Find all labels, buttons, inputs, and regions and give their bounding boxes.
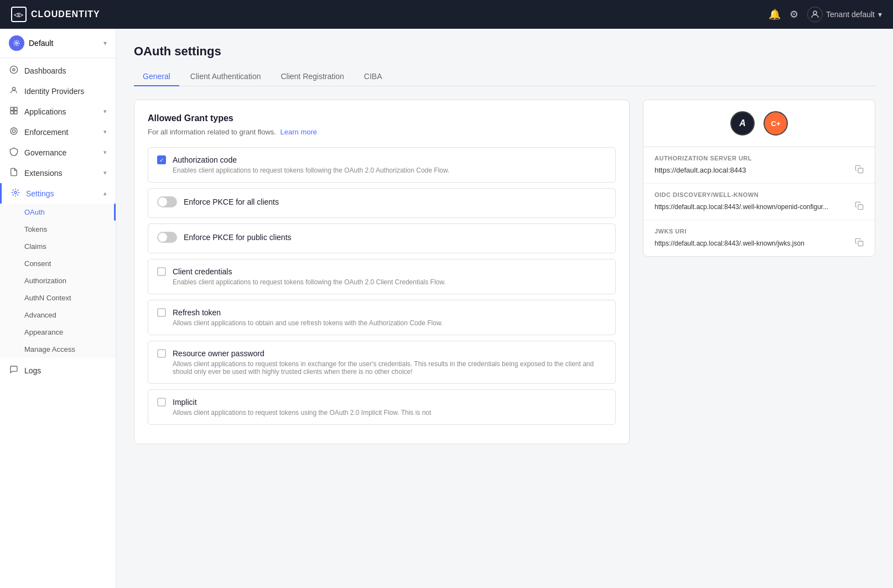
copy-oidc-icon[interactable] <box>855 201 864 212</box>
workspace-chevron: ▾ <box>103 39 107 47</box>
oidc-field: OIDC DISCOVERY/WELL-KNOWN https://defaul… <box>643 184 875 220</box>
svg-point-12 <box>14 191 17 194</box>
navbar-right: 🔔 ⚙ Tenant default ▾ <box>769 7 882 22</box>
tenant-selector[interactable]: Tenant default ▾ <box>807 7 882 22</box>
svg-point-10 <box>11 128 17 134</box>
tab-general[interactable]: General <box>134 67 179 86</box>
subnav-claims[interactable]: Claims <box>0 238 116 255</box>
subnav-authorization-label: Authorization <box>24 277 66 285</box>
svg-point-3 <box>10 66 17 73</box>
checkbox-refresh-token[interactable] <box>157 308 166 317</box>
governance-chevron: ▾ <box>103 149 107 156</box>
grant-desc-auth-code: Enables client applications to request t… <box>157 166 606 174</box>
subnav-advanced-label: Advanced <box>24 311 56 319</box>
grant-item-pkce-public-header: Enforce PKCE for public clients <box>157 232 606 243</box>
subnav-advanced[interactable]: Advanced <box>0 306 116 324</box>
settings-chevron: ▴ <box>103 190 107 197</box>
grant-item-pkce-all-header: Enforce PKCE for all clients <box>157 196 606 207</box>
workspace-selector[interactable]: Default ▾ <box>0 29 116 58</box>
auth-server-url-text: https://default.acp.local:8443 <box>655 166 746 174</box>
page-title: OAuth settings <box>134 44 875 59</box>
logo-icon: ◁▷ <box>11 7 27 22</box>
sidebar-item-enforcement[interactable]: Enforcement ▾ <box>0 122 116 142</box>
checkbox-auth-code[interactable]: ✓ <box>157 155 166 164</box>
side-column: A C+ AUTHORIZATION SERVER URL https://de… <box>643 100 875 444</box>
tab-ciba[interactable]: CIBA <box>355 67 391 86</box>
sidebar-label-logs: Logs <box>24 366 41 375</box>
section-desc-text: For all information related to grant flo… <box>148 128 276 136</box>
svg-rect-13 <box>858 168 863 173</box>
checkbox-resource-owner[interactable] <box>157 349 166 358</box>
subnav-authorization[interactable]: Authorization <box>0 272 116 289</box>
jwks-field: JWKS URI https://default.acp.local:8443/… <box>643 220 875 256</box>
subnav-oauth-label: OAuth <box>24 208 45 216</box>
copy-jwks-icon[interactable] <box>855 238 864 248</box>
logs-icon <box>9 365 19 376</box>
tenant-avatar <box>807 7 823 22</box>
sidebar-item-dashboards[interactable]: Dashboards <box>0 60 116 81</box>
settings-icon[interactable]: ⚙ <box>790 8 798 20</box>
oidc-value: https://default.acp.local:8443/.well-kno… <box>655 201 864 212</box>
subnav-authn-context[interactable]: AuthN Context <box>0 289 116 306</box>
checkbox-client-creds[interactable] <box>157 267 166 276</box>
navbar-left: ◁▷ CLOUDENTITY <box>11 7 100 22</box>
grant-desc-refresh-token: Allows client applications to obtain and… <box>157 319 606 327</box>
svg-point-0 <box>813 11 817 14</box>
svg-point-4 <box>13 69 15 71</box>
info-card-icons: A C+ <box>643 100 875 147</box>
brand-icon-a-text: A <box>739 118 746 128</box>
subnav-manage-access[interactable]: Manage Access <box>0 341 116 358</box>
extensions-icon <box>9 168 19 178</box>
grant-label-pkce-public: Enforce PKCE for public clients <box>184 233 292 242</box>
oidc-label: OIDC DISCOVERY/WELL-KNOWN <box>655 191 864 198</box>
main-column: Allowed Grant types For all information … <box>134 100 630 444</box>
grant-item-refresh-token: Refresh token Allows client applications… <box>148 300 616 335</box>
tab-client-auth[interactable]: Client Authentication <box>181 67 270 86</box>
sidebar-item-logs[interactable]: Logs <box>0 360 116 381</box>
sidebar-label-identity-providers: Identity Providers <box>24 87 84 96</box>
sidebar-item-settings[interactable]: Settings ▴ <box>0 183 116 204</box>
sidebar-label-dashboards: Dashboards <box>24 66 66 75</box>
info-card: A C+ AUTHORIZATION SERVER URL https://de… <box>643 100 875 257</box>
grant-item-implicit-header: Implicit <box>157 398 606 407</box>
grant-item-implicit: Implicit Allows client applications to r… <box>148 389 616 425</box>
workspace-name: Default <box>29 39 99 48</box>
jwks-url-text: https://default.acp.local:8443/.well-kno… <box>655 240 804 247</box>
grant-item-client-creds: Client credentials Enables client applic… <box>148 259 616 294</box>
svg-rect-15 <box>858 241 863 246</box>
grant-item-resource-owner: Resource owner password Allows client ap… <box>148 341 616 384</box>
subnav-consent[interactable]: Consent <box>0 255 116 272</box>
svg-rect-9 <box>14 111 17 114</box>
sidebar-item-identity-providers[interactable]: Identity Providers <box>0 81 116 101</box>
tab-client-reg[interactable]: Client Registration <box>272 67 352 86</box>
enforcement-icon <box>9 127 19 137</box>
subnav-appearance[interactable]: Appearance <box>0 324 116 341</box>
applications-chevron: ▾ <box>103 108 107 115</box>
tenant-chevron: ▾ <box>878 10 882 19</box>
svg-point-11 <box>12 129 15 132</box>
checkbox-implicit[interactable] <box>157 398 166 407</box>
toggle-pkce-all[interactable] <box>157 196 177 207</box>
svg-rect-6 <box>11 107 13 110</box>
grant-item-auth-code-header: ✓ Authorization code <box>157 155 606 164</box>
sidebar-item-extensions[interactable]: Extensions ▾ <box>0 163 116 183</box>
sidebar-item-governance[interactable]: Governance ▾ <box>0 142 116 163</box>
subnav-authn-context-label: AuthN Context <box>24 294 71 302</box>
grant-item-client-creds-header: Client credentials <box>157 267 606 276</box>
learn-more-link[interactable]: Learn more <box>281 128 317 136</box>
toggle-pkce-public[interactable] <box>157 232 177 243</box>
workspace-icon <box>9 35 24 51</box>
subnav-manage-access-label: Manage Access <box>24 345 75 353</box>
logo: ◁▷ CLOUDENTITY <box>11 7 100 22</box>
grant-desc-implicit: Allows client applications to request to… <box>157 409 606 417</box>
main-layout: Default ▾ Dashboards Identity Providers <box>0 29 893 588</box>
subnav-oauth[interactable]: OAuth ➜ <box>0 204 116 221</box>
copy-auth-server-url-icon[interactable] <box>855 165 864 175</box>
subnav-tokens[interactable]: Tokens <box>0 221 116 238</box>
sidebar-label-applications: Applications <box>24 107 66 116</box>
logo-text: CLOUDENTITY <box>31 9 100 19</box>
sidebar-label-settings: Settings <box>26 189 54 198</box>
sidebar-item-applications[interactable]: Applications ▾ <box>0 101 116 122</box>
notification-icon[interactable]: 🔔 <box>769 8 781 20</box>
sidebar-label-governance: Governance <box>24 148 66 157</box>
